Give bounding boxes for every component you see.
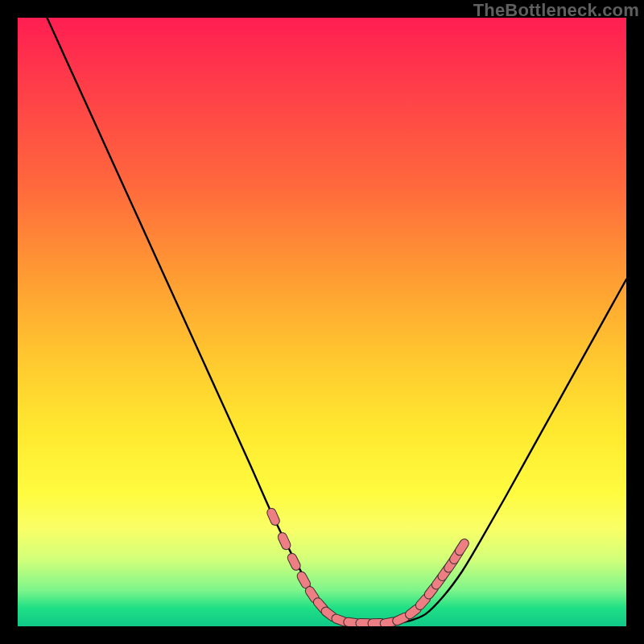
highlight-dot (266, 507, 281, 527)
curve-layer (18, 18, 626, 626)
plot-area (18, 18, 626, 626)
highlight-dot (277, 531, 292, 551)
svg-rect-1 (277, 531, 292, 551)
svg-rect-20 (453, 537, 470, 556)
svg-rect-0 (266, 507, 281, 527)
chart-frame: TheBottleneck.com (0, 0, 644, 644)
svg-rect-2 (286, 552, 302, 572)
highlight-dots (266, 507, 470, 626)
highlight-dot (286, 552, 302, 572)
highlight-dot (453, 537, 470, 556)
bottleneck-curve (36, 18, 626, 624)
watermark-label: TheBottleneck.com (473, 0, 639, 21)
